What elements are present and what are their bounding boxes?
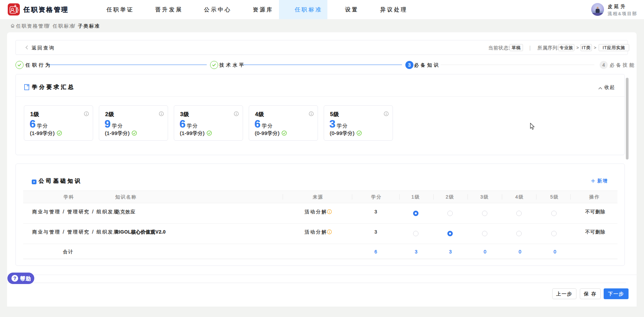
svg-text:RQM: RQM <box>16 7 19 13</box>
